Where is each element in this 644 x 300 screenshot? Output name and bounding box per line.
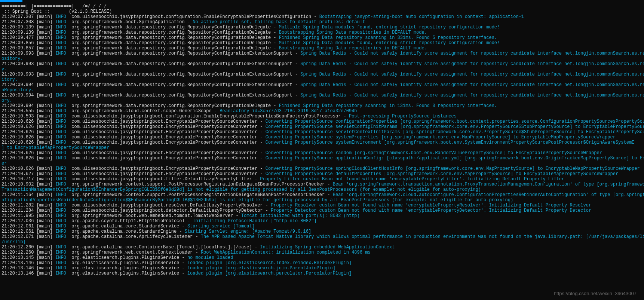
timestamp: 21:20:13.145 [main]	[1, 255, 55, 260]
log-line: 21:20:10.626 [main] INFO com.ulisesbocch…	[1, 150, 644, 156]
log-line: 21:20:10.626 [main] INFO com.ulisesbocch…	[1, 166, 644, 171]
timestamp: 21:20:10.626 [main]	[1, 140, 55, 145]
timestamp: 21:20:09.139 [main]	[1, 30, 55, 35]
timestamp: 21:20:09.994 [main]	[1, 82, 55, 88]
timestamp: 21:20:09.993 [main]	[1, 72, 55, 77]
timestamp: 21:20:12.260 [main]	[1, 250, 55, 255]
log-message: Multiple Spring Data modules found, ente…	[279, 25, 500, 30]
logger-class: com.ulisesbocchio.jasyptspringboot.Encry…	[66, 124, 266, 129]
log-level: INFO	[55, 229, 66, 234]
banner-line: :: Spring Boot :: (v2.1.3.RELEASE)	[1, 9, 644, 14]
log-message: Converting PropertySource springCloudCli…	[266, 166, 640, 171]
log-level: INFO	[55, 224, 66, 229]
log-message: Property Detector custom Bean not found …	[271, 208, 591, 213]
watermark-text: https://blog.csdn.net/weixin_39643007	[554, 291, 637, 296]
log-line: 21:20:10.626 [main] INFO com.ulisesbocch…	[1, 156, 644, 161]
log-level: INFO	[55, 40, 66, 46]
logger-class: org.springframework.data.repository.conf…	[66, 72, 301, 77]
log-line: 21:20:11.284 [main] INFO com.ulisesbocch…	[1, 208, 644, 213]
logger-class: org.springframework.context.support.Post…	[66, 192, 333, 198]
logger-class: org.springframework.data.repository.conf…	[66, 25, 279, 30]
log-message: No active profile set, falling back to d…	[193, 19, 365, 25]
log-level: INFO	[55, 192, 66, 198]
log-level: INFO	[55, 171, 66, 177]
top-border	[22, 1, 644, 1]
log-line: 21:20:09.993 [main] INFO org.springframe…	[1, 61, 644, 67]
log-message: Spring Data Redis - Could not safely ide…	[300, 93, 644, 98]
log-level: INFO	[55, 140, 66, 145]
log-level: INFO	[55, 260, 66, 266]
log-wrap: ository.	[1, 56, 644, 61]
log-line: 21:20:09.994 [main] INFO org.springframe…	[1, 103, 644, 108]
log-level: INFO	[55, 103, 66, 108]
logger-class: org.elasticsearch.plugins.PluginsService…	[66, 260, 187, 266]
log-level: INFO	[55, 208, 66, 213]
timestamp: 21:20:10.626 [main]	[1, 166, 55, 171]
log-line: 21:20:12.061 [main] INFO org.apache.cata…	[1, 229, 644, 234]
log-line: 21:20:09.477 [main] INFO org.springframe…	[1, 35, 644, 40]
timestamp: 21:20:09.139 [main]	[1, 25, 55, 30]
log-line: 21:20:10.626 [main] INFO com.ulisesbocch…	[1, 124, 644, 129]
logger-class: org.springframework.context.support.Post…	[66, 182, 333, 187]
timestamp: 21:20:13.146 [main]	[1, 266, 55, 271]
log-message: Bootstrapping Spring Data repositories i…	[279, 30, 427, 35]
log-line: 21:20:09.139 [main] INFO org.springframe…	[1, 30, 644, 35]
timestamp: 21:20:11.995 [main]	[1, 213, 55, 218]
log-level: INFO	[55, 250, 66, 255]
logger-class: org.elasticsearch.plugins.PluginsService…	[66, 255, 187, 260]
timestamp: 21:20:11.284 [main]	[1, 208, 55, 213]
log-message: Converting PropertySource random [org.sp…	[266, 150, 602, 156]
log-message: Initializing ProtocolHandler ["http-nio-…	[193, 218, 316, 224]
log-message: Converting PropertySource systemProperti…	[266, 135, 616, 140]
logger-class: org.springframework.data.repository.conf…	[66, 93, 301, 98]
log-line: 21:20:10.626 [main] INFO com.ulisesbocch…	[1, 129, 644, 135]
timestamp: 21:20:12.061 [main]	[1, 229, 55, 234]
log-level: INFO	[55, 271, 66, 276]
log-message: loaded plugin [org.elasticsearch.percola…	[187, 271, 352, 276]
log-level: INFO	[55, 93, 66, 98]
timestamp: 21:20:10.626 [main]	[1, 129, 55, 135]
log-line: 21:20:09.993 [main] INFO org.springframe…	[1, 72, 644, 77]
logger-class: org.springframework.cloud.context.scope.…	[66, 108, 220, 114]
timestamp: 21:20:12.071 [main]	[1, 234, 55, 239]
timestamp: 21:20:10.555 [main]	[1, 108, 55, 114]
log-line: 21:20:11.164 [main] INFO org.springframe…	[1, 192, 644, 198]
log-message: Converting PropertySource servletContext…	[266, 129, 644, 135]
log-message: Spring Data Redis - Could not safely ide…	[300, 82, 644, 88]
logger-class: com.ulisesbocchio.jasyptspringboot.Encry…	[66, 140, 266, 145]
logger-class: org.springframework.data.repository.conf…	[66, 30, 279, 35]
timestamp: 21:20:10.626 [main]	[1, 150, 55, 156]
log-line: 21:20:10.626 [main] INFO com.ulisesbocch…	[1, 140, 644, 145]
console-output[interactable]: =========|_|==============|___/=/_/_/_/ …	[1, 4, 644, 276]
log-level: INFO	[55, 234, 66, 239]
log-level: INFO	[55, 182, 66, 187]
timestamp: 21:20:10.626 [main]	[1, 156, 55, 161]
log-level: INFO	[55, 166, 66, 171]
log-message: Property Resolver custom Bean not found …	[271, 203, 591, 208]
timestamp: 21:20:10.717 [main]	[1, 177, 55, 182]
log-line: 21:20:12.036 [main] INFO org.apache.coyo…	[1, 218, 644, 224]
log-message: Property Filter custom Bean not found wi…	[260, 177, 564, 182]
log-message: Starting service [Tomcat]	[187, 224, 255, 229]
log-line: 21:20:13.145 [main] INFO org.elasticsear…	[1, 255, 644, 260]
log-message: Converting PropertySource systemEnvironm…	[266, 140, 635, 145]
logger-class: org.springframework.data.repository.conf…	[66, 40, 279, 46]
log-level: INFO	[55, 124, 66, 129]
log-wrap: ory.	[1, 98, 644, 103]
log-message: Initializing Spring embedded WebApplicat…	[260, 245, 395, 250]
log-message: The APR based Apache Tomcat Native libra…	[201, 234, 644, 239]
log-line: 21:20:09.994 [main] INFO org.springframe…	[1, 93, 644, 98]
timestamp: 21:20:10.593 [main]	[1, 114, 55, 119]
log-line: 21:20:09.856 [main] INFO org.springframe…	[1, 40, 644, 46]
timestamp: 21:20:10.626 [main]	[1, 135, 55, 140]
log-line: 21:20:13.146 [main] INFO org.elasticsear…	[1, 271, 644, 276]
log-line: 21:20:10.902 [main] INFO org.springframe…	[1, 182, 644, 187]
logger-class: com.ulisesbocchio.jasyptspringboot.Encry…	[66, 156, 266, 161]
log-wrap: nfigurationPropertiesRebinderAutoConfigu…	[1, 198, 644, 203]
log-line: 21:20:10.626 [main] INFO com.ulisesbocch…	[1, 135, 644, 140]
log-message: Converting PropertySource defaultPropert…	[266, 171, 618, 177]
timestamp: 21:20:12.260 [main]	[1, 245, 55, 250]
log-message: Bootstraping jasypt-string-boot auto con…	[319, 14, 524, 19]
logger-class: com.ulisesbocchio.jasyptspringboot.filte…	[66, 177, 260, 182]
logger-class: com.ulisesbocchio.jasyptspringboot.Encry…	[66, 150, 266, 156]
